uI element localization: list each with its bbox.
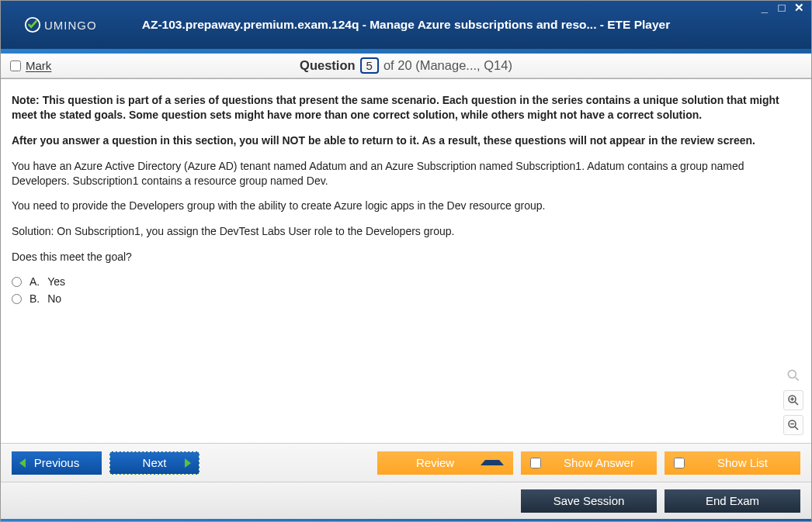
zoom-tools	[783, 365, 803, 435]
bottom-accent	[1, 519, 811, 521]
show-answer-label: Show Answer	[550, 456, 647, 469]
brand-text: UMINGO	[44, 19, 97, 32]
session-action-bar: Save Session End Exam	[1, 482, 811, 519]
next-button[interactable]: Next	[109, 451, 200, 475]
paragraph-2: You need to provide the Developers group…	[12, 199, 800, 213]
svg-line-8	[795, 427, 798, 430]
checkmark-icon	[24, 16, 41, 33]
zoom-out-icon[interactable]	[783, 415, 803, 435]
option-a-letter: A.	[29, 275, 40, 288]
review-label: Review	[416, 456, 454, 469]
svg-point-1	[788, 370, 796, 378]
search-icon[interactable]	[783, 365, 803, 385]
triangle-up-icon	[481, 460, 504, 465]
svg-line-2	[796, 378, 799, 381]
note-2: After you answer a question in this sect…	[12, 133, 800, 148]
minimize-button[interactable]: _	[758, 2, 771, 13]
question-number-box[interactable]: 5	[360, 57, 379, 74]
question-position: Question 5 of 20 (Manage..., Q14)	[300, 57, 512, 74]
option-a-row[interactable]: A. Yes	[12, 275, 800, 288]
mark-checkbox[interactable]	[10, 60, 21, 71]
review-button[interactable]: Review	[377, 451, 513, 475]
svg-line-4	[795, 402, 798, 405]
zoom-in-icon[interactable]	[783, 390, 803, 410]
show-answer-button[interactable]: Show Answer	[521, 451, 657, 475]
show-list-button[interactable]: Show List	[665, 451, 800, 475]
option-a-radio[interactable]	[12, 277, 22, 287]
question-content: Note: This question is part of a series …	[1, 78, 811, 443]
maximize-button[interactable]: □	[776, 2, 788, 13]
show-list-checkbox[interactable]	[674, 458, 685, 468]
options-group: A. Yes B. No	[12, 275, 800, 305]
mark-label[interactable]: Mark	[26, 59, 51, 72]
window-title: AZ-103.prepaway.premium.exam.124q - Mana…	[142, 18, 671, 32]
window-controls: _ □ ✕	[758, 2, 805, 13]
option-a-text: Yes	[47, 275, 65, 288]
title-bar: UMINGO AZ-103.prepaway.premium.exam.124q…	[1, 1, 811, 49]
nav-action-bar: Previous Next Review Show Answer Show Li…	[1, 443, 811, 482]
paragraph-1: You have an Azure Active Directory (Azur…	[12, 159, 800, 188]
question-total: of 20 (Manage..., Q14)	[383, 58, 512, 73]
question-word: Question	[300, 58, 356, 73]
save-session-button[interactable]: Save Session	[521, 489, 657, 513]
paragraph-3: Solution: On Subscription1, you assign t…	[12, 224, 800, 239]
close-button[interactable]: ✕	[793, 2, 805, 13]
paragraph-4: Does this meet the goal?	[12, 250, 800, 264]
app-logo: UMINGO	[24, 16, 97, 33]
option-b-radio[interactable]	[12, 294, 22, 304]
option-b-letter: B.	[29, 292, 40, 305]
option-b-row[interactable]: B. No	[12, 292, 800, 305]
note-1: Note: This question is part of a series …	[12, 93, 800, 123]
show-list-label: Show List	[694, 456, 791, 469]
option-b-text: No	[47, 292, 61, 305]
show-answer-checkbox[interactable]	[530, 458, 541, 468]
mark-checkbox-group: Mark	[10, 59, 51, 72]
info-bar: Mark Question 5 of 20 (Manage..., Q14)	[1, 54, 811, 78]
end-exam-button[interactable]: End Exam	[665, 489, 800, 513]
previous-button[interactable]: Previous	[12, 451, 102, 475]
